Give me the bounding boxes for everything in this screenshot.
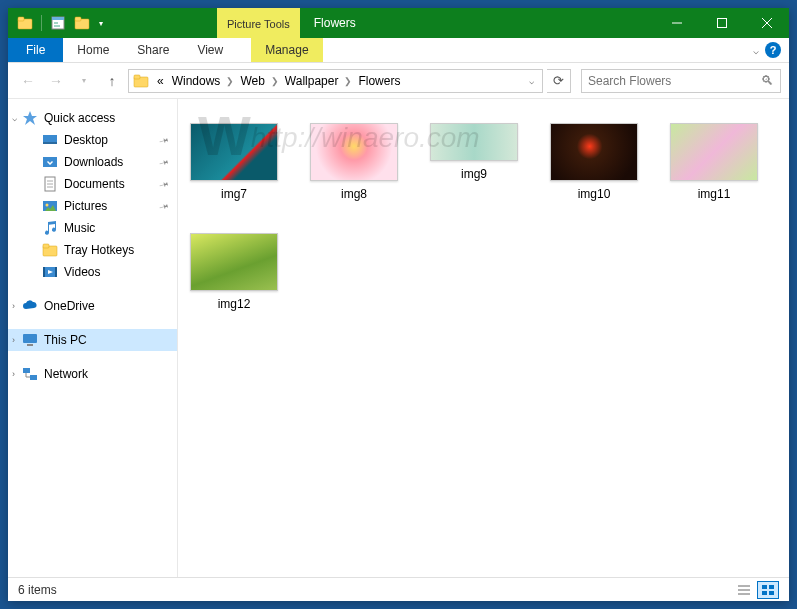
file-name-label: img12 xyxy=(218,297,251,311)
refresh-button[interactable]: ⟳ xyxy=(547,69,571,93)
recent-dropdown-icon[interactable]: ▾ xyxy=(72,69,96,93)
svg-rect-3 xyxy=(52,17,64,20)
maximize-button[interactable] xyxy=(699,8,744,38)
explorer-window: ▾ Picture Tools Flowers File Home Share … xyxy=(8,8,789,601)
help-icon[interactable]: ? xyxy=(765,42,781,58)
sidebar-network[interactable]: › Network xyxy=(8,363,177,385)
file-img11[interactable]: img11 xyxy=(666,119,762,205)
file-img9[interactable]: img9 xyxy=(426,119,522,205)
expand-ribbon-icon[interactable]: ⌵ xyxy=(753,45,759,56)
sidebar-item-label: Quick access xyxy=(44,111,177,125)
tab-manage[interactable]: Manage xyxy=(251,38,322,62)
forward-button[interactable]: → xyxy=(44,69,68,93)
titlebar: ▾ Picture Tools Flowers xyxy=(8,8,789,38)
thumbnail-image xyxy=(670,123,758,181)
chevron-right-icon[interactable]: › xyxy=(12,335,15,345)
file-img10[interactable]: img10 xyxy=(546,119,642,205)
ribbon-tabs: File Home Share View Manage ⌵ ? xyxy=(8,38,789,63)
tab-home[interactable]: Home xyxy=(63,38,123,62)
pin-icon: 📌︎ xyxy=(157,155,171,170)
svg-rect-38 xyxy=(762,585,767,589)
svg-rect-9 xyxy=(717,19,726,28)
chevron-right-icon[interactable]: › xyxy=(12,301,15,311)
back-button[interactable]: ← xyxy=(16,69,40,93)
search-icon[interactable]: 🔍︎ xyxy=(761,73,774,88)
svg-rect-27 xyxy=(43,267,45,277)
file-list-pane[interactable]: img7img8img9img10img11img12 xyxy=(178,99,789,577)
file-name-label: img10 xyxy=(578,187,611,201)
window-title: Flowers xyxy=(300,8,654,38)
sidebar-item-label: Tray Hotkeys xyxy=(64,243,177,257)
sidebar-item-music[interactable]: Music xyxy=(8,217,177,239)
address-bar[interactable]: « Windows ❯ Web ❯ Wallpaper ❯ Flowers ⌵ xyxy=(128,69,543,93)
qat-properties-icon[interactable] xyxy=(47,12,69,34)
close-button[interactable] xyxy=(744,8,789,38)
cloud-icon xyxy=(22,298,38,314)
search-input[interactable] xyxy=(588,74,761,88)
chevron-down-icon[interactable]: ⌵ xyxy=(12,113,17,123)
chevron-right-icon[interactable]: ❯ xyxy=(269,76,281,86)
svg-rect-28 xyxy=(55,267,57,277)
file-name-label: img9 xyxy=(461,167,487,181)
breadcrumb-wallpaper[interactable]: Wallpaper xyxy=(281,74,343,88)
star-icon xyxy=(22,110,38,126)
qat-customize-dropdown-icon[interactable]: ▾ xyxy=(95,12,107,34)
sidebar-this-pc[interactable]: › This PC xyxy=(8,329,177,351)
thumbnail-grid: img7img8img9img10img11img12 xyxy=(186,119,781,315)
folder-icon xyxy=(42,242,58,258)
file-img12[interactable]: img12 xyxy=(186,229,282,315)
folder-icon xyxy=(133,73,149,89)
sidebar-item-documents[interactable]: Documents📌︎ xyxy=(8,173,177,195)
search-box[interactable]: 🔍︎ xyxy=(581,69,781,93)
thumbnail-image xyxy=(550,123,638,181)
up-button[interactable]: ↑ xyxy=(100,69,124,93)
sidebar-item-downloads[interactable]: Downloads📌︎ xyxy=(8,151,177,173)
sidebar-quick-access[interactable]: ⌵ Quick access xyxy=(8,107,177,129)
contextual-tab-header: Picture Tools xyxy=(217,8,300,38)
videos-icon xyxy=(42,264,58,280)
file-img7[interactable]: img7 xyxy=(186,119,282,205)
sidebar-item-label: Downloads xyxy=(64,155,159,169)
svg-rect-7 xyxy=(75,17,81,21)
details-view-button[interactable] xyxy=(733,581,755,599)
svg-rect-29 xyxy=(23,334,37,343)
sidebar-item-videos[interactable]: Videos xyxy=(8,261,177,283)
svg-rect-25 xyxy=(43,244,49,248)
sidebar-item-label: Music xyxy=(64,221,177,235)
chevron-right-icon[interactable]: › xyxy=(12,369,15,379)
breadcrumb-windows[interactable]: Windows xyxy=(168,74,225,88)
sidebar-item-pictures[interactable]: Pictures📌︎ xyxy=(8,195,177,217)
pictures-icon xyxy=(42,198,58,214)
tab-share[interactable]: Share xyxy=(123,38,183,62)
svg-rect-32 xyxy=(30,375,37,380)
app-icon[interactable] xyxy=(14,12,36,34)
tab-view[interactable]: View xyxy=(183,38,237,62)
item-count: 6 items xyxy=(18,583,57,597)
sidebar-item-label: Pictures xyxy=(64,199,159,213)
contextual-tab-label: Picture Tools xyxy=(227,18,290,30)
chevron-right-icon[interactable]: ❯ xyxy=(224,76,236,86)
downloads-icon xyxy=(42,154,58,170)
svg-point-23 xyxy=(46,204,49,207)
thumbnails-view-button[interactable] xyxy=(757,581,779,599)
pin-icon: 📌︎ xyxy=(157,133,171,148)
svg-rect-40 xyxy=(762,591,767,595)
navigation-pane: ⌵ Quick access Desktop📌︎Downloads📌︎Docum… xyxy=(8,99,178,577)
file-img8[interactable]: img8 xyxy=(306,119,402,205)
address-dropdown-icon[interactable]: ⌵ xyxy=(525,76,538,86)
qat-newfolder-icon[interactable] xyxy=(71,12,93,34)
sidebar-onedrive[interactable]: › OneDrive xyxy=(8,295,177,317)
breadcrumb-flowers[interactable]: Flowers xyxy=(354,74,404,88)
music-icon xyxy=(42,220,58,236)
sidebar-item-tray-hotkeys[interactable]: Tray Hotkeys xyxy=(8,239,177,261)
file-tab[interactable]: File xyxy=(8,38,63,62)
desktop-icon xyxy=(42,132,58,148)
quick-access-toolbar: ▾ xyxy=(8,8,107,38)
breadcrumb-web[interactable]: Web xyxy=(236,74,268,88)
chevron-right-icon[interactable]: ❯ xyxy=(342,76,354,86)
sidebar-item-desktop[interactable]: Desktop📌︎ xyxy=(8,129,177,151)
navigation-bar: ← → ▾ ↑ « Windows ❯ Web ❯ Wallpaper ❯ Fl… xyxy=(8,63,789,99)
breadcrumb-overflow[interactable]: « xyxy=(153,74,168,88)
svg-rect-39 xyxy=(769,585,774,589)
minimize-button[interactable] xyxy=(654,8,699,38)
